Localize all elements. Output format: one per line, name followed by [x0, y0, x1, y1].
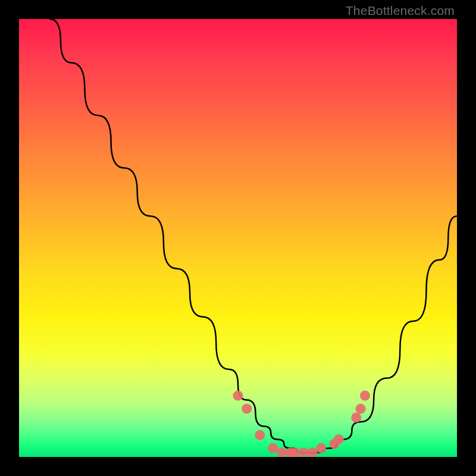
plot-area [19, 19, 457, 457]
chart-container: TheBottleneck.com [0, 0, 476, 476]
watermark: TheBottleneck.com [346, 4, 455, 18]
